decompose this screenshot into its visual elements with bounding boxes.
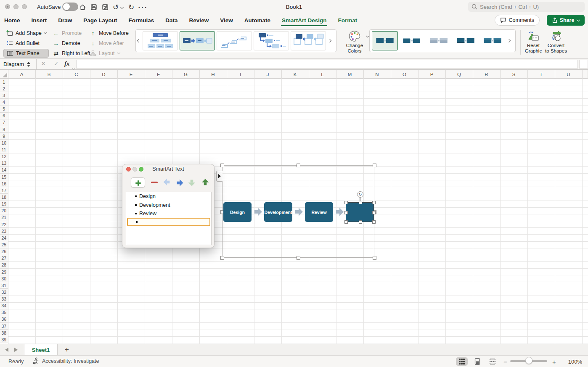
- style-option-style-5[interactable]: [479, 31, 506, 50]
- layout-option-vertical-bending-process[interactable]: [254, 31, 289, 50]
- row-header-37[interactable]: 37: [0, 323, 8, 330]
- row-header-27[interactable]: 27: [0, 255, 8, 262]
- row-header-35[interactable]: 35: [0, 309, 8, 316]
- row-header-29[interactable]: 29: [0, 269, 8, 275]
- row-header-8[interactable]: 8: [0, 126, 8, 133]
- gallery-scroll-left-icon[interactable]: [136, 40, 142, 42]
- row-header-7[interactable]: 7: [0, 119, 8, 126]
- row-header-2[interactable]: 2: [0, 85, 8, 92]
- row-header-11[interactable]: 11: [0, 146, 8, 153]
- row-header-25[interactable]: 25: [0, 241, 8, 248]
- style-option-style-2[interactable]: [399, 31, 425, 50]
- formula-input[interactable]: [76, 60, 578, 69]
- row-header-19[interactable]: 19: [0, 201, 8, 208]
- demote-item-icon[interactable]: [176, 179, 183, 186]
- frame-resize-handle-bottom-right[interactable]: [373, 256, 376, 260]
- column-header-r[interactable]: R: [473, 70, 501, 79]
- column-header-h[interactable]: H: [200, 70, 227, 79]
- row-header-22[interactable]: 22: [0, 221, 8, 228]
- text-pane-list[interactable]: DesignDevelopmentReview: [126, 192, 212, 245]
- comments-button[interactable]: Comments: [495, 15, 540, 26]
- layout-option-picture-accent-process[interactable]: [291, 31, 326, 50]
- column-header-i[interactable]: I: [227, 70, 254, 79]
- text-pane-item-development[interactable]: Development: [126, 201, 211, 209]
- row-header-28[interactable]: 28: [0, 262, 8, 269]
- text-pane-item-design[interactable]: Design: [126, 192, 211, 201]
- column-header-o[interactable]: O: [391, 70, 418, 79]
- demote-button[interactable]: →Demote: [50, 39, 92, 48]
- zoom-in-icon[interactable]: +: [552, 358, 556, 365]
- row-header-14[interactable]: 14: [0, 167, 8, 174]
- confirm-entry-icon[interactable]: ✓: [54, 60, 59, 67]
- name-box[interactable]: [0, 59, 37, 69]
- smartart-node-review[interactable]: Review: [305, 202, 333, 222]
- node-resize-handle-bottom-right[interactable]: [372, 220, 376, 224]
- node-resize-handle-middle-left[interactable]: [344, 211, 348, 214]
- style-option-style-4[interactable]: [453, 31, 479, 50]
- column-header-k[interactable]: K: [282, 70, 309, 79]
- add-shape-button[interactable]: Add Shape: [3, 29, 49, 37]
- style-option-style-3[interactable]: [426, 31, 452, 50]
- smartart-text-window[interactable]: SmartArt Text DesignDevelopmentReview: [122, 164, 215, 248]
- add-sheet-button[interactable]: +: [62, 345, 72, 354]
- node-resize-handle-top-left[interactable]: [344, 201, 348, 204]
- insert-function-icon[interactable]: fx: [64, 60, 70, 67]
- column-header-g[interactable]: G: [172, 70, 200, 79]
- tab-format[interactable]: Format: [338, 14, 357, 26]
- remove-item-icon[interactable]: [151, 182, 158, 183]
- tab-review[interactable]: Review: [189, 14, 209, 26]
- row-header-33[interactable]: 33: [0, 296, 8, 303]
- text-pane-toggle-tab[interactable]: [216, 171, 222, 182]
- row-header-9[interactable]: 9: [0, 133, 8, 140]
- frame-resize-handle-bottom-left[interactable]: [220, 256, 224, 260]
- next-sheet-icon[interactable]: [14, 348, 18, 352]
- tab-home[interactable]: Home: [4, 14, 20, 26]
- row-header-10[interactable]: 10: [0, 140, 8, 146]
- row-header-38[interactable]: 38: [0, 330, 8, 336]
- rotate-handle-icon[interactable]: ↻: [357, 191, 363, 198]
- add-bullet-button[interactable]: Add Bullet: [3, 39, 49, 48]
- frame-resize-handle-bottom-center[interactable]: [297, 256, 300, 260]
- column-header-c[interactable]: C: [63, 70, 90, 79]
- layout-option-step-up-process[interactable]: [217, 31, 252, 50]
- row-header-23[interactable]: 23: [0, 228, 8, 235]
- accessibility-status[interactable]: Accessibility: Investigate: [33, 357, 99, 364]
- node-resize-handle-middle-right[interactable]: [372, 211, 376, 214]
- tab-view[interactable]: View: [220, 14, 233, 26]
- convert-to-shapes-button[interactable]: Convert to Shapes: [543, 29, 569, 54]
- row-header-30[interactable]: 30: [0, 275, 8, 282]
- text-pane-item-review[interactable]: Review: [126, 209, 211, 218]
- node-resize-handle-top-right[interactable]: [372, 201, 376, 204]
- smartart-node-design[interactable]: Design: [223, 202, 252, 222]
- column-header-d[interactable]: D: [90, 70, 118, 79]
- name-box-input[interactable]: [0, 61, 26, 67]
- search-field[interactable]: [468, 2, 585, 12]
- select-all-corner[interactable]: [0, 70, 8, 79]
- text-pane-item-empty[interactable]: [127, 218, 210, 226]
- column-header-l[interactable]: L: [309, 70, 336, 79]
- page-break-view-icon[interactable]: [487, 357, 498, 366]
- smartart-selection-frame[interactable]: DesignDevelopmentReview↻: [222, 165, 375, 258]
- node-resize-handle-bottom-center[interactable]: [359, 220, 362, 224]
- tab-formulas[interactable]: Formulas: [129, 14, 154, 26]
- style-scroll-right-icon[interactable]: [506, 40, 512, 42]
- tab-draw[interactable]: Draw: [58, 14, 72, 26]
- tab-page-layout[interactable]: Page Layout: [83, 14, 117, 26]
- row-header-1[interactable]: 1: [0, 79, 8, 85]
- tab-smartart-design[interactable]: SmartArt Design: [282, 14, 327, 26]
- close-pane-icon[interactable]: [126, 167, 131, 172]
- row-header-31[interactable]: 31: [0, 282, 8, 289]
- column-header-s[interactable]: S: [501, 70, 528, 79]
- node-resize-handle-bottom-left[interactable]: [344, 220, 348, 224]
- layout-option-basic-block-list[interactable]: [143, 31, 178, 50]
- search-input[interactable]: [480, 4, 581, 10]
- frame-resize-handle-top-center[interactable]: [297, 164, 300, 167]
- text-pane-button[interactable]: Text Pane: [3, 49, 49, 58]
- row-header-3[interactable]: 3: [0, 92, 8, 99]
- row-header-13[interactable]: 13: [0, 160, 8, 167]
- column-header-b[interactable]: B: [36, 70, 63, 79]
- row-header-16[interactable]: 16: [0, 180, 8, 187]
- column-header-j[interactable]: J: [254, 70, 282, 79]
- column-header-a[interactable]: A: [8, 70, 36, 79]
- tab-data[interactable]: Data: [165, 14, 177, 26]
